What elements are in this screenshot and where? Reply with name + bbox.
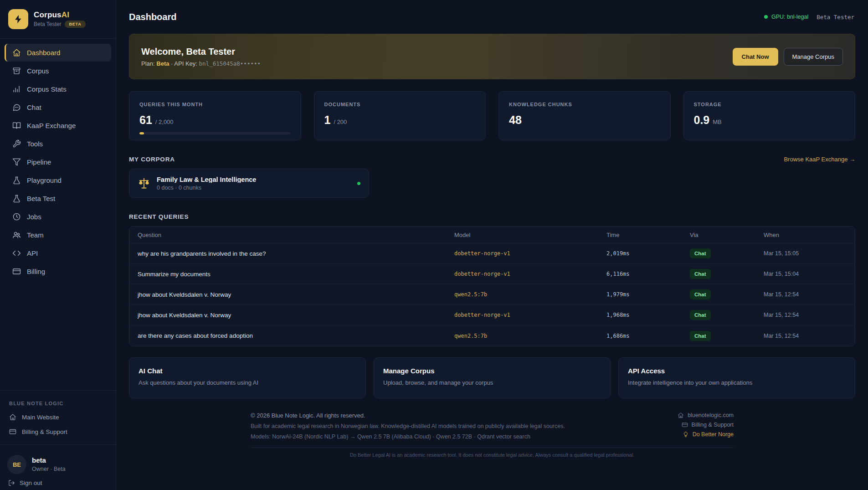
chat-bubble-icon [12, 103, 21, 112]
code-icon [12, 249, 21, 258]
gpu-status: GPU: bnl-legal [764, 14, 808, 20]
welcome-title: Welcome, Beta Tester [141, 46, 261, 57]
table-row[interactable]: jhow about Kveldsdalen v. Norway dobette… [129, 305, 855, 325]
corpus-meta: 0 docs · 0 chunks [157, 185, 351, 191]
quick-cards-row: AI Chat Ask questions about your documen… [129, 357, 855, 398]
footer: © 2026 Blue Note Logic. All rights reser… [251, 412, 734, 458]
chunks-count: 48 [509, 113, 522, 127]
stat-card-queries: QUERIES THIS MONTH 61/ 2,000 [129, 91, 301, 140]
corpus-card[interactable]: Family Law & Legal Intelligence 0 docs ·… [129, 169, 369, 198]
api-key-masked: bnl_615045a8•••••• [199, 60, 261, 67]
logout-icon [8, 480, 15, 486]
archive-icon [12, 67, 21, 75]
billing-support-link[interactable]: Billing & Support [0, 424, 116, 439]
divider [0, 444, 116, 445]
scales-icon [138, 177, 150, 190]
users-icon [12, 231, 21, 239]
divider [0, 38, 116, 39]
brand: CorpusAI Beta Tester BETA [0, 0, 116, 36]
table-row[interactable]: why are his grandparents involved in the… [129, 243, 855, 264]
credit-card-icon [12, 267, 21, 276]
col-via: Via [690, 232, 764, 238]
stat-card-storage: STORAGE 0.9MB [683, 91, 856, 140]
beta-badge: BETA [65, 21, 85, 28]
credit-card-icon [9, 428, 16, 435]
lightning-logo-icon [8, 9, 28, 29]
avatar: BE [7, 455, 26, 474]
recent-queries-heading: RECENT QUERIES [129, 213, 189, 220]
app-root: CorpusAI Beta Tester BETA Dashboard Corp… [0, 0, 868, 490]
plan-value: Beta [156, 60, 169, 67]
sidebar-nav: Dashboard Corpus Corpus Stats Chat KaaP … [0, 43, 116, 281]
copyright: © 2026 Blue Note Logic. All rights reser… [251, 412, 565, 419]
footer-link-do-better-norge[interactable]: Do Better Norge [683, 431, 734, 438]
home-icon [9, 413, 16, 421]
brand-name: CorpusAI [34, 10, 86, 20]
stat-card-documents: DOCUMENTS 1/ 200 [314, 91, 486, 140]
documents-count: 1 [324, 113, 331, 127]
home-icon [678, 412, 684, 418]
clock-icon [12, 212, 21, 221]
sidebar-item-tools[interactable]: Tools [5, 135, 111, 153]
api-access-card[interactable]: API Access Integrate intelligence into y… [618, 357, 855, 398]
sidebar-item-team[interactable]: Team [5, 226, 111, 244]
page-title: Dashboard [129, 12, 176, 22]
footer-link-website[interactable]: bluenotelogic.com [678, 412, 734, 418]
bar-chart-icon [12, 85, 21, 93]
topbar-user-label: Beta Tester [817, 14, 854, 21]
sidebar-item-dashboard[interactable]: Dashboard [5, 44, 111, 62]
col-model: Model [454, 232, 606, 238]
manage-corpus-card[interactable]: Manage Corpus Upload, browse, and manage… [374, 357, 611, 398]
sidebar-item-billing[interactable]: Billing [5, 263, 111, 280]
status-dot-icon [764, 15, 768, 19]
topbar: Dashboard GPU: bnl-legal Beta Tester [116, 0, 868, 34]
sidebar-item-beta-test[interactable]: Beta Test [5, 190, 111, 207]
table-row[interactable]: Summarize my documents dobetter-norge-v1… [129, 264, 855, 284]
chat-now-button[interactable]: Chat Now [733, 48, 778, 66]
user-role: Owner · Beta [32, 466, 66, 472]
corpus-status-dot-icon [357, 182, 360, 185]
col-time: Time [606, 232, 690, 238]
divider [0, 390, 116, 391]
ai-chat-card[interactable]: AI Chat Ask questions about your documen… [129, 357, 366, 398]
footer-models: Models: NorwAI-24B (Nordic NLP Lab) → Qw… [251, 433, 565, 440]
via-badge: Chat [690, 310, 711, 320]
recent-queries-table: Question Model Time Via When why are his… [129, 226, 855, 346]
sidebar-item-kaap-exchange[interactable]: KaaP Exchange [5, 117, 111, 134]
via-badge: Chat [690, 248, 711, 258]
table-row[interactable]: are there any cases about forced adoptio… [129, 325, 855, 346]
flask-icon [12, 176, 21, 185]
sidebar-item-jobs[interactable]: Jobs [5, 208, 111, 226]
stats-row: QUERIES THIS MONTH 61/ 2,000 DOCUMENTS 1… [129, 91, 855, 140]
sidebar-bottom: BLUE NOTE LOGIC Main Website Billing & S… [0, 388, 116, 490]
via-badge: Chat [690, 289, 711, 299]
stat-card-chunks: KNOWLEDGE CHUNKS 48 [498, 91, 671, 140]
via-badge: Chat [690, 269, 711, 279]
credit-card-icon [682, 422, 688, 428]
corpus-name: Family Law & Legal Intelligence [157, 176, 351, 183]
table-header-row: Question Model Time Via When [129, 227, 855, 243]
sidebar-item-playground[interactable]: Playground [5, 171, 111, 189]
table-row[interactable]: jhow about Kveldsdalen v. Norway qwen2.5… [129, 284, 855, 305]
lightbulb-icon [683, 431, 689, 438]
org-label: BLUE NOTE LOGIC [0, 395, 116, 410]
plan-api-line: Plan: Beta · API Key: bnl_615045a8•••••• [141, 60, 261, 67]
sidebar-item-corpus-stats[interactable]: Corpus Stats [5, 80, 111, 98]
queries-count: 61 [139, 113, 152, 127]
main-website-link[interactable]: Main Website [0, 410, 116, 424]
sidebar-item-corpus[interactable]: Corpus [5, 62, 111, 80]
flask-icon [12, 194, 21, 203]
sidebar-item-chat[interactable]: Chat [5, 98, 111, 116]
brand-subtitle: Beta Tester [34, 21, 61, 27]
browse-kaap-exchange-link[interactable]: Browse KaaP Exchange → [784, 156, 855, 163]
manage-corpus-button[interactable]: Manage Corpus [784, 48, 843, 66]
footer-link-billing[interactable]: Billing & Support [682, 422, 734, 428]
via-badge: Chat [690, 331, 711, 341]
wrench-icon [12, 139, 21, 148]
col-when: When [764, 232, 847, 238]
sidebar-item-pipeline[interactable]: Pipeline [5, 153, 111, 171]
sign-out-button[interactable]: Sign out [0, 475, 116, 486]
main-content: Dashboard GPU: bnl-legal Beta Tester Wel… [116, 0, 868, 490]
sidebar-item-api[interactable]: API [5, 244, 111, 262]
welcome-banner: Welcome, Beta Tester Plan: Beta · API Ke… [129, 34, 855, 79]
